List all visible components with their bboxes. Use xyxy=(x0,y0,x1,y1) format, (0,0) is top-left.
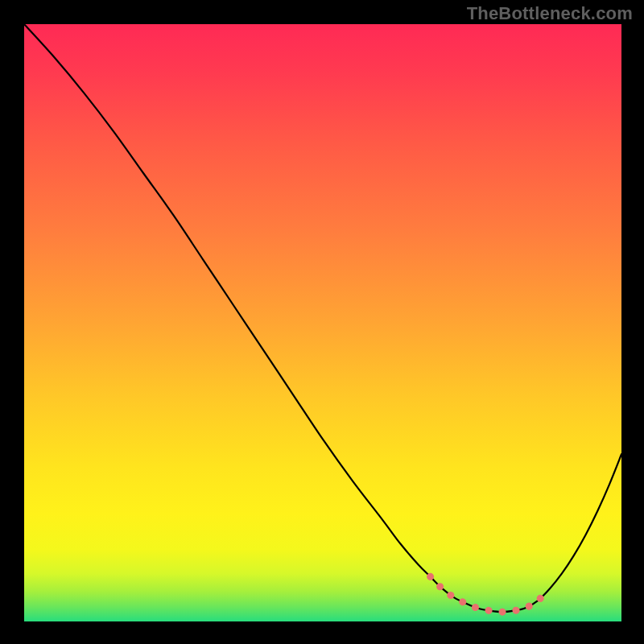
bottleneck-chart xyxy=(0,0,644,644)
watermark-label: TheBottleneck.com xyxy=(467,3,633,24)
plot-background xyxy=(24,24,621,621)
chart-container: TheBottleneck.com xyxy=(0,0,644,644)
